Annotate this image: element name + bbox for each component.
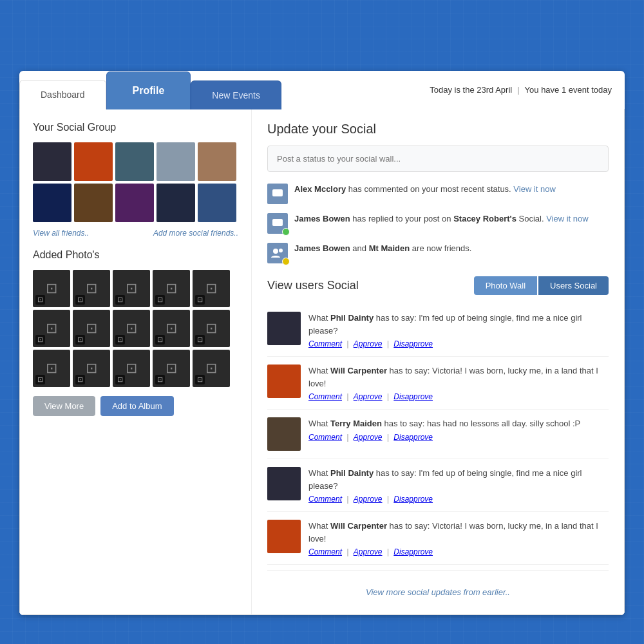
- view-more-button[interactable]: View More: [33, 396, 95, 416]
- post-content: What Phil Dainty has to say: I'm fed up …: [308, 312, 609, 348]
- post-avatar: [267, 417, 301, 451]
- approve-link[interactable]: Approve: [354, 433, 383, 442]
- svg-rect-0: [272, 189, 283, 196]
- approve-link[interactable]: Approve: [354, 339, 383, 348]
- add-more-friends-link[interactable]: Add more social friends..: [153, 229, 238, 238]
- comment-link[interactable]: Comment: [308, 547, 342, 556]
- view-more-social-link[interactable]: View more social updates from earlier..: [366, 587, 510, 597]
- post-text: What Will Carpenter has to say: Victoria…: [308, 365, 609, 390]
- svg-rect-5: [274, 223, 278, 224]
- post-content: What Will Carpenter has to say: Victoria…: [308, 520, 609, 556]
- add-to-album-button[interactable]: Add to Album: [100, 396, 173, 416]
- photo-thumb[interactable]: ⊡: [73, 310, 110, 347]
- post-text: What Terry Maiden has to say: has had no…: [308, 417, 609, 430]
- photo-wall-button[interactable]: Photo Wall: [474, 276, 537, 295]
- activity-text-3: James Bowen and Mt Maiden are now friend…: [294, 243, 471, 254]
- photo-thumb[interactable]: ⊡: [153, 270, 190, 307]
- post-text: What Will Carpenter has to say: Victoria…: [308, 520, 609, 545]
- photo-thumb[interactable]: ⊡: [113, 270, 150, 307]
- friend-avatar[interactable]: [74, 142, 113, 181]
- photo-thumb[interactable]: ⊡: [33, 310, 70, 347]
- svg-rect-3: [272, 219, 283, 226]
- photo-thumb[interactable]: ⊡: [193, 270, 230, 307]
- approve-link[interactable]: Approve: [354, 495, 383, 504]
- badge-green: [282, 228, 290, 236]
- friend-avatar[interactable]: [198, 142, 236, 181]
- photo-thumb[interactable]: ⊡: [113, 310, 150, 347]
- comment-link[interactable]: Comment: [308, 433, 342, 442]
- event-notice: You have 1 event today: [525, 85, 612, 95]
- view-users-section: View users Social Photo Wall Users Socia…: [267, 276, 609, 601]
- disapprove-link[interactable]: Disapprove: [393, 547, 433, 556]
- post-avatar: [267, 312, 301, 345]
- status-input[interactable]: [267, 146, 609, 172]
- view-it-now-link-2[interactable]: View it now: [546, 214, 589, 223]
- activity-item: Alex Mcclory has commented on your most …: [267, 184, 609, 204]
- left-column: Your Social Group View all friends.. Add…: [20, 109, 252, 614]
- photo-thumb[interactable]: ⊡: [33, 270, 70, 307]
- post-avatar: [267, 365, 301, 398]
- disapprove-link[interactable]: Disapprove: [393, 495, 433, 504]
- social-group-title: Your Social Group: [33, 122, 238, 133]
- post-text: What Phil Dainty has to say: I'm fed up …: [308, 467, 609, 492]
- social-posts-list: What Phil Dainty has to say: I'm fed up …: [267, 304, 609, 565]
- friends-icon: [267, 243, 288, 263]
- post-actions: Comment | Approve | Disapprove: [308, 547, 609, 556]
- comment-link[interactable]: Comment: [308, 495, 342, 504]
- photos-grid: ⊡ ⊡ ⊡ ⊡ ⊡ ⊡ ⊡ ⊡ ⊡ ⊡ ⊡ ⊡ ⊡ ⊡ ⊡: [33, 270, 238, 387]
- friend-avatar[interactable]: [156, 142, 195, 181]
- post-actions: Comment | Approve | Disapprove: [308, 495, 609, 504]
- photo-thumb[interactable]: ⊡: [193, 310, 230, 347]
- friend-avatar[interactable]: [33, 142, 71, 181]
- friend-avatar[interactable]: [198, 184, 236, 222]
- post-content: What Phil Dainty has to say: I'm fed up …: [308, 467, 609, 504]
- svg-point-6: [273, 249, 278, 254]
- activity-user-3a: James Bowen: [294, 243, 350, 253]
- update-social-title: Update your Social: [267, 122, 609, 137]
- friend-avatar[interactable]: [115, 142, 154, 181]
- friend-avatar[interactable]: [33, 184, 71, 222]
- post-actions: Comment | Approve | Disapprove: [308, 433, 609, 442]
- view-more-link-container: View more social updates from earlier..: [267, 576, 609, 601]
- friends-grid: [33, 142, 238, 222]
- photo-thumb[interactable]: ⊡: [73, 350, 110, 387]
- photo-thumb[interactable]: ⊡: [113, 350, 150, 387]
- post-actions: Comment | Approve | Disapprove: [308, 392, 609, 401]
- approve-link[interactable]: Approve: [354, 547, 383, 556]
- approve-link[interactable]: Approve: [354, 392, 383, 401]
- tab-dashboard[interactable]: Dashboard: [19, 80, 106, 109]
- disapprove-link[interactable]: Disapprove: [393, 339, 433, 348]
- users-social-button[interactable]: Users Social: [538, 276, 609, 295]
- comment-link[interactable]: Comment: [308, 339, 342, 348]
- activity-text-1: Alex Mcclory has commented on your most …: [294, 184, 556, 195]
- svg-rect-1: [274, 191, 279, 193]
- comment-link[interactable]: Comment: [308, 392, 342, 401]
- friend-avatar[interactable]: [115, 184, 154, 222]
- social-post: What Terry Maiden has to say: has had no…: [267, 410, 609, 459]
- post-avatar: [267, 467, 301, 500]
- photo-thumb[interactable]: ⊡: [73, 270, 110, 307]
- tab-events[interactable]: New Events: [191, 80, 281, 109]
- photo-btn-group: View More Add to Album: [33, 396, 238, 416]
- friend-avatar[interactable]: [74, 184, 113, 222]
- view-it-now-link-1[interactable]: View it now: [513, 184, 556, 194]
- activity-user-3b: Mt Maiden: [369, 243, 410, 253]
- svg-point-7: [279, 249, 283, 252]
- post-content: What Will Carpenter has to say: Victoria…: [308, 365, 609, 401]
- photo-thumb[interactable]: ⊡: [153, 310, 190, 347]
- photo-thumb[interactable]: ⊡: [193, 350, 230, 387]
- photo-thumb[interactable]: ⊡: [33, 350, 70, 387]
- friend-avatar[interactable]: [156, 184, 195, 222]
- post-avatar: [267, 520, 301, 553]
- disapprove-link[interactable]: Disapprove: [393, 433, 433, 442]
- header-date-info: Today is the 23rd April | You have 1 eve…: [417, 79, 625, 101]
- disapprove-link[interactable]: Disapprove: [393, 392, 433, 401]
- divider: [267, 570, 609, 571]
- tab-profile[interactable]: Profile: [106, 71, 191, 109]
- separator: |: [517, 85, 519, 95]
- activity-text-2: James Bowen has replied to your post on …: [294, 213, 589, 225]
- photo-thumb[interactable]: ⊡: [153, 350, 190, 387]
- view-users-header: View users Social Photo Wall Users Socia…: [267, 276, 609, 295]
- activity-item: James Bowen and Mt Maiden are now friend…: [267, 243, 609, 263]
- view-all-friends-link[interactable]: View all friends..: [33, 229, 89, 238]
